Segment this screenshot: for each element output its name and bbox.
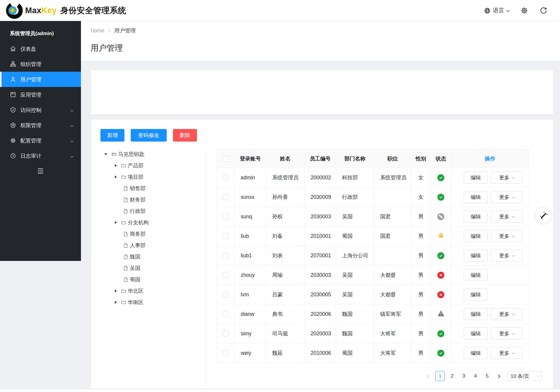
edit-button[interactable]: 编辑 [464, 250, 488, 262]
tree-node[interactable]: 销售部 [91, 183, 206, 194]
select-all-checkbox[interactable] [223, 156, 229, 162]
caret-down-icon[interactable] [104, 153, 107, 155]
row-checkbox[interactable] [223, 233, 229, 239]
org-tree: 马克思钥匙 产品部 项目部 销售部 财务部 行政部 [91, 148, 206, 389]
sidebar-item-label: 组织管理 [20, 61, 41, 68]
sidebar-item-users[interactable]: 用户管理 [0, 72, 81, 87]
sidebar-item-audit-log[interactable]: 日志审计 [0, 148, 81, 163]
row-checkbox[interactable] [223, 214, 229, 220]
tree-node[interactable]: 分支机构 [91, 217, 206, 228]
maxkey-logo-icon [6, 2, 23, 19]
page: MaxKey 身份安全管理系统 语言 [0, 0, 560, 392]
cell-account: admin [235, 168, 266, 187]
cell-department: 魏国 [336, 324, 374, 343]
caret-right-icon[interactable] [115, 164, 117, 167]
magic-wand-button[interactable] [535, 207, 552, 223]
more-button[interactable]: 更多 [491, 308, 522, 320]
tree-node[interactable]: 商务部 [91, 228, 206, 240]
sidebar-item-dashboard[interactable]: 仪表盘 [0, 41, 81, 56]
more-button[interactable]: 更多 [491, 191, 522, 203]
more-button[interactable]: 更多 [491, 172, 522, 184]
next-page-button[interactable] [494, 371, 502, 381]
tree-node[interactable]: 华南区 [91, 297, 206, 308]
prev-page-button[interactable] [425, 371, 433, 381]
tree-node[interactable]: 产品部 [91, 160, 206, 171]
tree-node[interactable]: 华北区 [91, 285, 206, 297]
edit-button[interactable]: 编辑 [464, 328, 488, 340]
delete-button[interactable]: 删除 [173, 129, 197, 142]
edit-button[interactable]: 编辑 [464, 211, 488, 223]
cell-account: zhouy [235, 265, 266, 285]
status-enabled-icon [437, 330, 444, 337]
caret-right-icon[interactable] [115, 301, 117, 304]
sidebar-item-organization[interactable]: 组织管理 [0, 56, 81, 72]
page-number[interactable]: 5 [483, 371, 492, 381]
file-icon [123, 231, 129, 237]
sidebar-collapse-button[interactable] [0, 163, 81, 178]
page-number[interactable]: 3 [459, 371, 468, 381]
tree-node[interactable]: 项目部 [91, 171, 206, 183]
row-checkbox[interactable] [223, 253, 229, 259]
edit-button[interactable]: 编辑 [464, 289, 488, 301]
row-checkbox[interactable] [223, 350, 229, 356]
gear-icon [10, 137, 16, 144]
page-number[interactable]: 2 [448, 371, 457, 381]
page-number[interactable]: 1 [435, 371, 445, 381]
edit-button[interactable]: 编辑 [464, 172, 488, 184]
chevron-down-icon [512, 254, 515, 257]
settings-button[interactable] [520, 7, 528, 14]
row-checkbox[interactable] [223, 175, 229, 181]
table-row: simy 司马懿 2020003 魏国 大将军 男 编辑 更多 [217, 324, 529, 343]
change-password-button[interactable]: 密码修改 [131, 129, 167, 142]
chevron-down-icon [70, 108, 73, 112]
logout-button[interactable] [540, 7, 547, 14]
page-size-select[interactable]: 10 条/页 [507, 371, 542, 381]
sidebar-item-applications[interactable]: 应用管理 [0, 87, 81, 102]
edit-button[interactable]: 编辑 [464, 347, 488, 359]
more-button[interactable]: 更多 [491, 328, 522, 340]
caret-right-icon[interactable] [115, 221, 117, 224]
page-number[interactable]: 4 [471, 371, 480, 381]
search-panel: 登录账号: 查询 [91, 70, 553, 114]
sidebar-item-access-control[interactable]: 访问控制 [0, 102, 81, 118]
add-user-button[interactable]: 新增 [100, 129, 124, 142]
breadcrumb-home-link[interactable]: home [91, 28, 104, 34]
row-checkbox[interactable] [223, 272, 229, 278]
tree-node-root[interactable]: 马克思钥匙 [91, 148, 206, 160]
caret-right-icon[interactable] [115, 175, 117, 178]
tree-node[interactable]: 行政部 [91, 205, 206, 217]
edit-button[interactable]: 编辑 [464, 269, 488, 281]
status-warning-icon [437, 310, 445, 318]
language-selector[interactable]: 语言 [484, 7, 509, 14]
sidebar-item-configuration[interactable]: 配置管理 [0, 133, 81, 148]
more-button[interactable]: 更多 [491, 250, 522, 262]
row-checkbox[interactable] [223, 292, 229, 298]
footer-strip [0, 389, 560, 392]
tree-node[interactable]: 魏国 [91, 251, 206, 262]
more-button[interactable]: 更多 [491, 230, 522, 242]
magic-wand-icon [539, 211, 548, 220]
col-department: 部门名称 [336, 150, 374, 168]
cell-employee-id: 2010006 [305, 343, 336, 363]
tree-node[interactable]: 蜀国 [91, 274, 206, 285]
row-checkbox[interactable] [223, 194, 229, 200]
tree-node[interactable]: 人事部 [91, 240, 206, 251]
brand-key: Key [41, 6, 57, 15]
tree-node[interactable]: 吴国 [91, 262, 206, 274]
row-checkbox[interactable] [223, 311, 229, 317]
cell-position [374, 187, 411, 207]
row-checkbox[interactable] [223, 331, 229, 337]
breadcrumb: home / 用户管理 [91, 27, 136, 34]
edit-button[interactable]: 编辑 [464, 308, 488, 320]
sidebar-item-permissions[interactable]: 权限管理 [0, 118, 81, 133]
edit-button[interactable]: 编辑 [464, 230, 488, 242]
cell-department: 吴国 [336, 265, 374, 285]
more-button[interactable]: 更多 [491, 347, 522, 359]
more-button[interactable]: 更多 [491, 211, 522, 223]
cell-position: 镇军将军 [374, 304, 411, 324]
tree-node[interactable]: 财务部 [91, 194, 206, 205]
cell-gender: 男 [411, 265, 431, 285]
permission-icon [10, 122, 16, 128]
caret-right-icon[interactable] [115, 289, 117, 292]
edit-button[interactable]: 编辑 [464, 191, 488, 203]
